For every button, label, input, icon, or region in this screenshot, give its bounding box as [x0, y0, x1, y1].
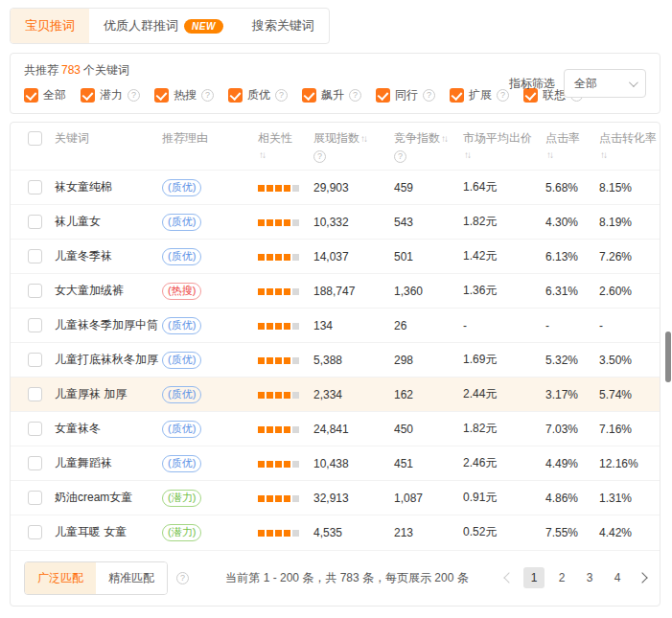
row-checkbox[interactable] — [28, 422, 42, 436]
select-all-checkbox[interactable] — [28, 131, 42, 146]
cvr-cell: 5.74% — [599, 378, 660, 412]
row-checkbox[interactable] — [28, 318, 42, 332]
row-checkbox[interactable] — [28, 249, 42, 263]
col-header-competition: 竞争指数↑↓ ? — [394, 123, 463, 171]
sort-icon[interactable]: ↑↓ — [546, 149, 552, 160]
tab-label: 宝贝推词 — [25, 17, 75, 34]
page-number-4[interactable]: 4 — [607, 567, 628, 588]
row-checkbox[interactable] — [28, 525, 42, 539]
keyword-table-row[interactable]: 儿童打底袜秋冬加厚 (质优) 5,388 298 1.69元 5.32% 3.5… — [11, 343, 660, 378]
checked-checkbox-icon[interactable] — [81, 88, 95, 103]
sort-icon[interactable]: ↑↓ — [259, 149, 265, 160]
impression-cell: 24,841 — [313, 412, 394, 446]
keyword-table-row[interactable]: 袜儿童女 (质优) 10,332 543 1.82元 4.30% 8.19% — [11, 205, 660, 240]
filter-checkbox-item[interactable]: 全部 — [24, 87, 66, 103]
sort-icon[interactable]: ↑↓ — [464, 149, 470, 160]
relevance-bars — [258, 461, 299, 468]
help-icon[interactable]: ? — [497, 89, 509, 102]
ctr-cell: - — [545, 309, 599, 343]
tab-product-keywords[interactable]: 宝贝推词 — [11, 9, 89, 43]
filter-checkbox-item[interactable]: 飙升 ? — [302, 87, 361, 103]
competition-cell: 298 — [394, 343, 463, 378]
filter-checkbox-item[interactable]: 潜力 ? — [81, 87, 140, 103]
help-icon[interactable]: ? — [423, 89, 435, 102]
col-header-impression: 展现指数↑↓ ? — [313, 123, 394, 171]
row-checkbox[interactable] — [28, 180, 42, 195]
checked-checkbox-icon[interactable] — [376, 88, 390, 103]
col-header-cvr: 点击转化率 ↑↓ — [599, 123, 660, 171]
ctr-cell: 5.32% — [545, 343, 599, 378]
filter-checkbox-item[interactable]: 热搜 ? — [154, 87, 214, 103]
filter-label: 热搜 — [174, 87, 197, 103]
checked-checkbox-icon[interactable] — [450, 88, 464, 103]
metric-filter: 指标筛选 全部 — [509, 69, 646, 98]
page-number-1[interactable]: 1 — [523, 567, 545, 588]
filter-panel: 共推荐783个关键词 全部 潜力 ? 热搜 ? 质优 ? 飙升 ? 同行 ? 扩… — [10, 53, 660, 114]
checked-checkbox-icon[interactable] — [228, 88, 243, 103]
col-header-relevance: 相关性 ↑↓ — [258, 123, 313, 171]
prev-page-icon[interactable] — [503, 572, 514, 583]
filter-checkbox-item[interactable]: 同行 ? — [376, 87, 435, 103]
help-icon[interactable]: ? — [394, 150, 406, 163]
metric-filter-select[interactable]: 全部 — [564, 69, 646, 98]
keyword-table-row[interactable]: 儿童袜冬季加厚中筒 (质优) 134 26 - - - — [11, 309, 660, 343]
match-mode-group: 广泛匹配 精准匹配 — [24, 561, 168, 595]
keyword-cell: 袜女童纯棉 — [55, 171, 162, 205]
keyword-table-row[interactable]: 儿童耳暖 女童 (潜力) 4,535 213 0.52元 7.55% 4.42% — [11, 515, 660, 550]
filter-checkbox-item[interactable]: 质优 ? — [228, 87, 288, 103]
keyword-recommendation-page: 宝贝推词 优质人群推词 NEW 搜索关键词 共推荐783个关键词 全部 潜力 ?… — [0, 0, 672, 618]
page-number-3[interactable]: 3 — [579, 567, 600, 588]
help-icon[interactable]: ? — [201, 89, 214, 102]
keyword-table-panel: 关键词 推荐理由 相关性 ↑↓ 展现指数↑↓ ? 竞争指数↑↓ ? — [10, 122, 660, 607]
reason-tag: (质优) — [162, 455, 201, 472]
checked-checkbox-icon[interactable] — [154, 88, 169, 103]
row-checkbox[interactable] — [28, 491, 42, 505]
row-checkbox[interactable] — [28, 353, 42, 367]
row-checkbox[interactable] — [28, 387, 42, 401]
sort-icon[interactable]: ↑↓ — [441, 133, 447, 144]
tab-audience-keywords[interactable]: 优质人群推词 NEW — [89, 9, 238, 43]
keyword-table-row[interactable]: 儿童冬季袜 (质优) 14,037 501 1.42元 6.13% 7.26% — [11, 240, 660, 274]
keyword-cell: 女大童加绒裤 — [55, 274, 162, 309]
sort-icon[interactable]: ↑↓ — [600, 149, 606, 160]
keyword-table-row[interactable]: 儿童舞蹈袜 (质优) 10,438 451 2.46元 4.49% 12.16% — [11, 446, 660, 481]
keyword-table-row[interactable]: 奶油cream女童 (潜力) 32,913 1,087 0.91元 4.86% … — [11, 481, 660, 515]
help-icon[interactable]: ? — [176, 572, 189, 584]
keyword-cell: 儿童厚袜 加厚 — [55, 378, 162, 412]
next-page-icon[interactable] — [637, 572, 647, 583]
tab-search-keywords[interactable]: 搜索关键词 — [238, 9, 329, 43]
help-icon[interactable]: ? — [349, 89, 361, 102]
page-number-2[interactable]: 2 — [551, 567, 572, 588]
impression-cell: 29,903 — [313, 171, 394, 205]
keyword-cell: 儿童冬季袜 — [55, 240, 162, 274]
row-checkbox[interactable] — [28, 215, 42, 229]
relevance-bars — [258, 254, 299, 261]
col-header-reason: 推荐理由 — [162, 123, 258, 171]
exact-match-button[interactable]: 精准匹配 — [96, 562, 167, 594]
checked-checkbox-icon[interactable] — [302, 88, 316, 103]
filter-label: 质优 — [247, 87, 270, 103]
filter-checkbox-item[interactable]: 扩展 ? — [450, 87, 509, 103]
keyword-table-row[interactable]: 儿童厚袜 加厚 (质优) 2,334 162 2.44元 3.17% 5.74% — [11, 378, 660, 412]
competition-cell: 543 — [394, 205, 463, 240]
broad-match-button[interactable]: 广泛匹配 — [25, 562, 96, 594]
scrollbar-thumb[interactable] — [665, 332, 671, 382]
row-checkbox[interactable] — [28, 456, 42, 470]
keyword-cell: 儿童舞蹈袜 — [55, 446, 162, 481]
help-icon[interactable]: ? — [275, 89, 288, 102]
keyword-cell: 奶油cream女童 — [55, 481, 162, 515]
keyword-table-row[interactable]: 袜女童纯棉 (质优) 29,903 459 1.64元 5.68% 8.15% — [11, 171, 660, 205]
reason-tag: (质优) — [162, 352, 201, 369]
help-icon[interactable]: ? — [127, 89, 140, 102]
keyword-table-row[interactable]: 女大童加绒裤 (热搜) 188,747 1,360 1.36元 6.31% 2.… — [11, 274, 660, 309]
cvr-cell: 1.31% — [599, 481, 660, 515]
avg-bid-cell: 1.64元 — [463, 171, 545, 205]
sort-icon[interactable]: ↑↓ — [360, 133, 366, 144]
impression-cell: 10,438 — [313, 446, 394, 481]
row-checkbox[interactable] — [28, 284, 42, 298]
impression-cell: 4,535 — [313, 515, 394, 550]
help-icon[interactable]: ? — [313, 150, 326, 163]
checked-checkbox-icon[interactable] — [24, 88, 38, 103]
avg-bid-cell: 1.82元 — [463, 412, 545, 446]
keyword-table-row[interactable]: 女童袜冬 (质优) 24,841 450 1.82元 7.03% 7.16% — [11, 412, 660, 446]
